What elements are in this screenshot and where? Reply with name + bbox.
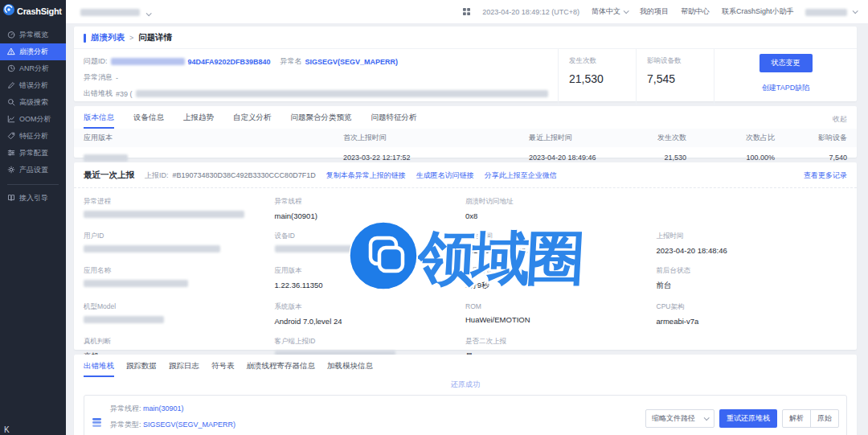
sidebar-item-product-settings[interactable]: 产品设置 — [0, 162, 66, 179]
exception-name-value: SIGSEGV(SEGV_MAPERR) — [305, 58, 399, 66]
value-redacted — [275, 245, 395, 252]
top-header: 2023-04-20 18:49:12 (UTC+8) 简体中文 我的项目 帮助… — [66, 0, 868, 24]
field-exception-thread: 异常线程main(30901) — [275, 197, 466, 220]
field-app-name: 应用名称 — [84, 266, 275, 291]
occurrences-count: 21,530 — [569, 72, 636, 85]
tab-symbol-table[interactable]: 符号表 — [211, 361, 235, 377]
tab-report-trend[interactable]: 上报趋势 — [183, 113, 214, 129]
header-link-help-center[interactable]: 帮助中心 — [681, 6, 710, 17]
retry-restore-stack-button[interactable]: 重试还原堆栈 — [719, 409, 777, 428]
user-name-redacted — [805, 9, 847, 16]
field-crash-address: 崩溃时访问地址0x8 — [465, 197, 657, 220]
error-stack-prefix: #39 ( — [116, 90, 133, 98]
stack-tabs: 出错堆栈 跟踪数据 跟踪日志 符号表 崩溃线程寄存器信息 加载模块信息 — [74, 355, 857, 377]
chevron-down-icon — [624, 8, 629, 14]
sidebar-item-exception-config[interactable]: 异常配置 — [0, 145, 66, 162]
parsed-view-button[interactable]: 解析 — [783, 410, 810, 427]
sidebar-item-exception-overview[interactable]: 异常概览 — [0, 27, 66, 43]
sidebar-divider — [7, 184, 59, 185]
version-tabs: 版本信息 设备信息 上报趋势 自定义分析 问题聚合分类预览 问题特征分析 收起 — [74, 106, 857, 129]
breadcrumb-accent-bar — [84, 34, 86, 43]
exception-message-value: - — [116, 74, 118, 82]
stack-layers-icon — [92, 417, 102, 431]
sidebar-item-oom-analysis[interactable]: OOM分析 — [0, 111, 66, 128]
field-fg-bg-status: 前后台状态前台 — [657, 266, 848, 291]
value-redacted — [84, 280, 188, 287]
pencil-icon — [7, 81, 15, 91]
share-wechat-link[interactable]: 分享此上报至企业微信 — [485, 170, 557, 181]
stat-occurrences: 发生次数 21,530 — [558, 49, 636, 105]
language-selector[interactable]: 简体中文 — [592, 6, 628, 17]
row-occurrences: 21,530 — [614, 154, 686, 162]
status-change-button[interactable]: 状态变更 — [760, 54, 813, 72]
row-devices: 7,540 — [775, 154, 847, 162]
header-link-contact[interactable]: 联系CrashSight小助手 — [722, 6, 794, 17]
app-version-redacted — [84, 154, 128, 162]
tab-custom-analysis[interactable]: 自定义分析 — [233, 113, 272, 129]
project-selector[interactable] — [80, 5, 150, 19]
app-title: CrashSight — [17, 6, 62, 16]
exception-name-label: 异常名 — [280, 56, 302, 67]
collapse-link[interactable]: 收起 — [833, 113, 847, 125]
sidebar-item-crash-analysis[interactable]: 崩溃分析 — [0, 43, 66, 60]
sliders-icon — [7, 149, 15, 158]
page-title: 问题详情 — [138, 32, 172, 43]
line-chart-icon — [7, 115, 15, 125]
breadcrumb-crash-list[interactable]: 崩溃列表 — [91, 32, 125, 43]
first-report-time: 2023-03-22 12:17:52 — [343, 154, 529, 162]
field-cpu-arch: CPU架构armeabi-v7a — [657, 302, 848, 326]
header-link-my-projects[interactable]: 我的项目 — [640, 6, 669, 17]
tab-version-info[interactable]: 版本信息 — [84, 113, 114, 129]
tab-loaded-modules[interactable]: 加载模块信息 — [327, 361, 373, 377]
sidebar-item-anr-analysis[interactable]: ANR分析 — [0, 60, 66, 77]
exception-message-label: 异常消息 — [84, 72, 113, 83]
field-rom: ROMHuaWei/EMOTION — [465, 302, 657, 326]
field-occur-time: 发生时间2023-04-20 18:48:46 — [465, 232, 657, 255]
view-more-records-link[interactable]: 查看更多记录 — [804, 170, 847, 181]
gauge-icon — [7, 31, 15, 40]
crashsight-logo-icon — [3, 4, 14, 18]
version-table-header: 应用版本 首次上报时间 最近上报时间 发生次数 次数占比 影响设备 — [74, 129, 857, 147]
stack-content-box: 异常线程: main(30901) 异常类型: SIGSEGV(SEGV_MAP… — [84, 395, 847, 435]
row-ratio: 100.00% — [686, 154, 775, 162]
report-id: #B190734830D38C492B3330CCC80D7F1D — [173, 171, 316, 179]
raw-view-button[interactable]: 原始 — [810, 410, 838, 427]
last-report-time: 2023-04-20 18:49:46 — [529, 154, 614, 162]
sidebar-item-advanced-search[interactable]: 高级搜索 — [0, 94, 66, 111]
sidebar-item-error-analysis[interactable]: 错误分析 — [0, 77, 66, 94]
apps-grid-icon[interactable] — [463, 8, 470, 15]
app-logo[interactable]: CrashSight — [0, 0, 66, 22]
issue-id-label: 问题ID: — [84, 56, 108, 67]
restore-status-link[interactable]: 还原成功 — [74, 380, 857, 390]
copy-report-link[interactable]: 复制本条异常上报的链接 — [326, 170, 406, 181]
anonymous-link[interactable]: 生成匿名访问链接 — [416, 170, 474, 181]
field-device-model: 机型Model — [84, 302, 275, 326]
breadcrumb: 崩溃列表 > 问题详情 — [74, 27, 857, 49]
field-exception-process: 异常进程 — [84, 197, 275, 220]
tag-icon — [7, 132, 15, 142]
chevron-down-icon — [853, 9, 858, 14]
create-tapd-link[interactable]: 创建TAPD缺陷 — [762, 83, 809, 93]
tab-error-stack[interactable]: 出错堆栈 — [84, 361, 114, 377]
gear-icon — [7, 166, 15, 175]
sidebar: CrashSight 异常概览 崩溃分析 ANR分析 错误分析 高级搜索 OOM… — [0, 0, 66, 435]
search-icon — [7, 98, 15, 108]
sidebar-item-integration-guide[interactable]: 接入引导 — [0, 190, 66, 207]
tab-thread-registers[interactable]: 崩溃线程寄存器信息 — [247, 361, 316, 377]
field-user-id: 用户ID — [84, 232, 275, 255]
value-redacted — [84, 245, 220, 252]
tab-device-info[interactable]: 设备信息 — [133, 113, 164, 129]
field-device-id: 设备ID — [275, 232, 466, 255]
tab-trace-data[interactable]: 跟踪数据 — [126, 361, 157, 377]
sidebar-item-feature-analysis[interactable]: 特征分析 — [0, 128, 66, 145]
tab-aggregation-preview[interactable]: 问题聚合分类预览 — [291, 113, 352, 129]
last-report-card: 最近一次上报 上报ID: #B190734830D38C492B3330CCC8… — [74, 162, 857, 350]
field-usage-duration: 使用时长1分9秒 — [465, 266, 657, 291]
issue-id-redacted — [111, 58, 185, 65]
tab-feature-analysis[interactable]: 问题特征分析 — [371, 113, 417, 129]
file-path-format-dropdown[interactable]: 缩略文件路径 — [645, 409, 714, 428]
chevron-down-icon — [146, 10, 152, 16]
user-account[interactable] — [805, 7, 857, 15]
tab-trace-log[interactable]: 跟踪日志 — [169, 361, 199, 377]
sidebar-menu: 异常概览 崩溃分析 ANR分析 错误分析 高级搜索 OOM分析 特征分析 异常 — [0, 27, 66, 207]
